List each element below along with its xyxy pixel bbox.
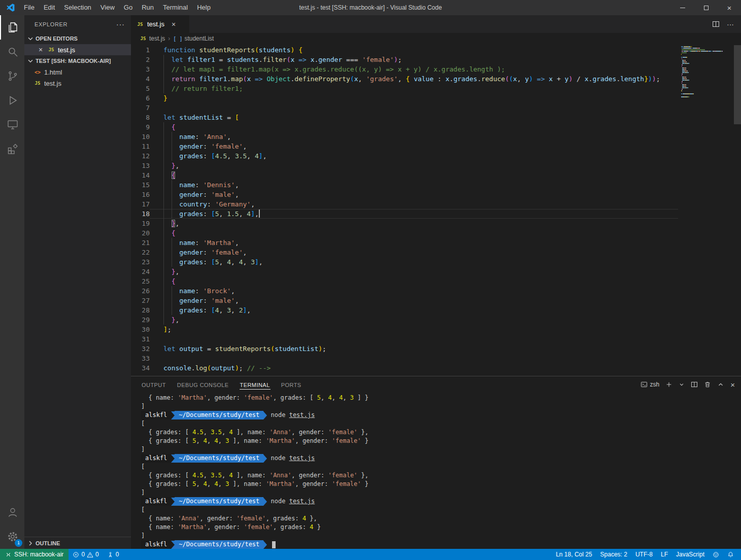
code-line[interactable]: 21name: 'Martha',: [131, 238, 678, 248]
minimap[interactable]: [678, 45, 734, 376]
line-number[interactable]: 25: [131, 276, 150, 286]
panel-tab-terminal[interactable]: TERMINAL: [240, 380, 271, 390]
line-number[interactable]: 19: [131, 219, 150, 228]
code-line[interactable]: 34console.log(output); // -->: [131, 363, 678, 373]
line-number[interactable]: 11: [131, 142, 150, 151]
line-number[interactable]: 32: [131, 344, 150, 354]
editor-more-actions-icon[interactable]: ···: [727, 20, 734, 28]
line-number[interactable]: 18: [131, 209, 150, 219]
code-line[interactable]: 2let filter1 = students.filter(x => x.ge…: [131, 55, 678, 64]
menu-selection[interactable]: Selection: [59, 0, 95, 15]
eol-setting[interactable]: LF: [657, 549, 672, 560]
line-number[interactable]: 7: [131, 103, 150, 113]
line-number[interactable]: 28: [131, 305, 150, 315]
line-number[interactable]: 34: [131, 363, 150, 373]
code-line[interactable]: 27gender: 'male',: [131, 296, 678, 305]
line-number[interactable]: 24: [131, 267, 150, 276]
line-number[interactable]: 20: [131, 228, 150, 238]
line-number[interactable]: 23: [131, 257, 150, 267]
maximize-button[interactable]: [694, 0, 718, 15]
line-number[interactable]: 22: [131, 248, 150, 257]
code-line[interactable]: 7: [131, 103, 678, 113]
code-line[interactable]: 24},: [131, 267, 678, 276]
code-line[interactable]: 8let studentList = [: [131, 113, 678, 122]
line-number[interactable]: 10: [131, 132, 150, 142]
split-terminal-icon[interactable]: [691, 381, 698, 388]
breadcrumb-item[interactable]: JStest.js: [139, 35, 165, 42]
code-editor[interactable]: 1function studentReports(students) {2let…: [131, 44, 741, 376]
new-terminal-icon[interactable]: [665, 381, 672, 388]
line-number[interactable]: 27: [131, 296, 150, 305]
code-line[interactable]: 25{: [131, 276, 678, 286]
code-line[interactable]: 3// let map1 = filter1.map(x => x.grades…: [131, 64, 678, 74]
search-icon[interactable]: [0, 40, 24, 64]
panel-tab-debug-console[interactable]: DEBUG CONSOLE: [177, 380, 229, 390]
line-number[interactable]: 15: [131, 180, 150, 190]
line-number[interactable]: 13: [131, 161, 150, 170]
tree-item[interactable]: JStest.js: [24, 78, 131, 89]
menu-help[interactable]: Help: [192, 0, 215, 15]
code-line[interactable]: 17country: 'Germany',: [131, 199, 678, 209]
indentation-setting[interactable]: Spaces: 2: [596, 549, 631, 560]
menu-terminal[interactable]: Terminal: [158, 0, 192, 15]
line-number[interactable]: 17: [131, 199, 150, 209]
folder-header[interactable]: TEST [SSH: MACBOOK-AIR]: [24, 55, 131, 66]
notifications-bell-icon[interactable]: [723, 549, 738, 560]
line-number[interactable]: 14: [131, 170, 150, 180]
code-line[interactable]: 5// return filter1;: [131, 84, 678, 93]
line-number[interactable]: 5: [131, 84, 150, 93]
menu-edit[interactable]: Edit: [39, 0, 59, 15]
code-line[interactable]: 33: [131, 354, 678, 363]
encoding-setting[interactable]: UTF-8: [631, 549, 657, 560]
ports-indicator[interactable]: 0: [103, 549, 123, 560]
code-line[interactable]: 9{: [131, 122, 678, 132]
panel-tab-ports[interactable]: PORTS: [281, 380, 302, 390]
menu-go[interactable]: Go: [119, 0, 137, 15]
sidebar-more-actions-icon[interactable]: ···: [116, 20, 125, 28]
close-icon[interactable]: ×: [37, 46, 45, 54]
tree-item[interactable]: <>1.html: [24, 66, 131, 78]
code-line[interactable]: 16gender: 'male',: [131, 190, 678, 199]
line-number[interactable]: 31: [131, 334, 150, 344]
close-panel-icon[interactable]: ×: [730, 380, 735, 389]
terminal-profile[interactable]: zsh: [641, 381, 660, 388]
code-line[interactable]: 15name: 'Dennis',: [131, 180, 678, 190]
code-line[interactable]: 12grades: [4.5, 3.5, 4],: [131, 151, 678, 161]
line-number[interactable]: 33: [131, 354, 150, 363]
terminal-output[interactable]: { name: 'Martha', gender: 'female', grad…: [131, 393, 741, 549]
code-line[interactable]: 28grades: [4, 3, 2],: [131, 305, 678, 315]
feedback-icon[interactable]: [709, 549, 723, 560]
line-number[interactable]: 26: [131, 286, 150, 296]
remote-explorer-icon[interactable]: [0, 113, 24, 137]
scrollbar-slider[interactable]: [734, 45, 741, 124]
line-number[interactable]: 8: [131, 113, 150, 122]
code-line[interactable]: 22gender: 'female',: [131, 248, 678, 257]
line-number[interactable]: 9: [131, 122, 150, 132]
code-line[interactable]: 26name: 'Brock',: [131, 286, 678, 296]
code-line[interactable]: 30];: [131, 325, 678, 334]
line-number[interactable]: 2: [131, 55, 150, 64]
problems-indicator[interactable]: 0 0: [69, 549, 103, 560]
terminal-dropdown-icon[interactable]: [679, 381, 685, 388]
line-number[interactable]: 29: [131, 315, 150, 325]
settings-gear-icon[interactable]: 1: [0, 524, 24, 549]
code-line[interactable]: 23grades: [5, 4, 4, 3],: [131, 257, 678, 267]
kill-terminal-icon[interactable]: [704, 381, 711, 388]
close-icon[interactable]: ×: [172, 20, 176, 28]
code-line[interactable]: 32let output = studentReports(studentLis…: [131, 344, 678, 354]
panel-tab-output[interactable]: OUTPUT: [141, 380, 166, 390]
code-line[interactable]: 11gender: 'female',: [131, 142, 678, 151]
line-number[interactable]: 4: [131, 74, 150, 84]
breadcrumb-item[interactable]: [ ]studentList: [173, 35, 214, 42]
language-mode[interactable]: JavaScript: [672, 549, 709, 560]
split-editor-icon[interactable]: [712, 20, 720, 28]
extensions-icon[interactable]: [0, 137, 24, 161]
explorer-icon[interactable]: [0, 15, 24, 40]
line-number[interactable]: 30: [131, 325, 150, 334]
menu-file[interactable]: File: [19, 0, 39, 15]
menu-run[interactable]: Run: [137, 0, 158, 15]
code-line[interactable]: 14{: [131, 170, 678, 180]
code-line[interactable]: 6}: [131, 93, 678, 103]
code-line[interactable]: 29},: [131, 315, 678, 325]
code-line[interactable]: 20{: [131, 228, 678, 238]
